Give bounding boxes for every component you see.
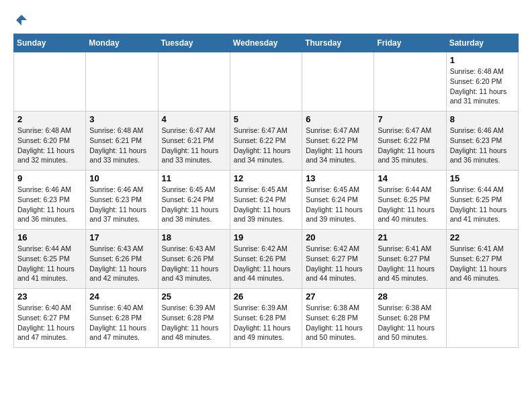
calendar-cell <box>374 52 446 111</box>
day-number: 13 <box>306 173 370 183</box>
calendar-cell: 8Sunrise: 6:46 AM Sunset: 6:23 PM Daylig… <box>446 111 518 171</box>
day-number: 6 <box>306 114 370 124</box>
calendar-cell: 17Sunrise: 6:43 AM Sunset: 6:26 PM Dayli… <box>86 230 158 289</box>
calendar-cell: 23Sunrise: 6:40 AM Sunset: 6:27 PM Dayli… <box>14 289 86 348</box>
cell-info: Sunrise: 6:48 AM Sunset: 6:20 PM Dayligh… <box>17 126 82 165</box>
cell-info: Sunrise: 6:45 AM Sunset: 6:24 PM Dayligh… <box>234 185 298 224</box>
calendar-cell: 21Sunrise: 6:41 AM Sunset: 6:27 PM Dayli… <box>374 230 446 289</box>
day-number: 17 <box>89 232 154 242</box>
calendar-cell: 10Sunrise: 6:46 AM Sunset: 6:23 PM Dayli… <box>86 171 158 230</box>
day-number: 12 <box>234 173 298 183</box>
calendar-cell: 13Sunrise: 6:45 AM Sunset: 6:24 PM Dayli… <box>302 171 374 230</box>
day-number: 16 <box>17 232 82 242</box>
day-number: 20 <box>306 232 370 242</box>
logo <box>13 13 28 27</box>
cell-info: Sunrise: 6:38 AM Sunset: 6:28 PM Dayligh… <box>306 303 370 342</box>
cell-info: Sunrise: 6:39 AM Sunset: 6:28 PM Dayligh… <box>234 303 298 342</box>
week-row-1: 1Sunrise: 6:48 AM Sunset: 6:20 PM Daylig… <box>14 52 519 111</box>
cell-info: Sunrise: 6:46 AM Sunset: 6:23 PM Dayligh… <box>89 185 154 224</box>
calendar-cell: 20Sunrise: 6:42 AM Sunset: 6:27 PM Dayli… <box>302 230 374 289</box>
day-number: 18 <box>162 232 226 242</box>
day-number: 23 <box>17 291 82 302</box>
calendar-body: 1Sunrise: 6:48 AM Sunset: 6:20 PM Daylig… <box>14 52 519 348</box>
cell-info: Sunrise: 6:43 AM Sunset: 6:26 PM Dayligh… <box>89 244 154 283</box>
calendar-cell <box>86 52 158 111</box>
day-number: 22 <box>450 232 515 242</box>
week-row-4: 16Sunrise: 6:44 AM Sunset: 6:25 PM Dayli… <box>14 230 519 289</box>
calendar-cell <box>158 52 230 111</box>
calendar-cell: 26Sunrise: 6:39 AM Sunset: 6:28 PM Dayli… <box>230 289 302 348</box>
calendar-header-row: SundayMondayTuesdayWednesdayThursdayFrid… <box>14 34 519 52</box>
column-header-saturday: Saturday <box>446 34 518 52</box>
cell-info: Sunrise: 6:44 AM Sunset: 6:25 PM Dayligh… <box>450 185 515 224</box>
day-number: 19 <box>234 232 298 242</box>
logo-icon <box>15 13 28 27</box>
day-number: 9 <box>17 173 82 183</box>
calendar-cell <box>14 52 86 111</box>
cell-info: Sunrise: 6:44 AM Sunset: 6:25 PM Dayligh… <box>378 185 442 224</box>
day-number: 11 <box>162 173 226 183</box>
cell-info: Sunrise: 6:39 AM Sunset: 6:28 PM Dayligh… <box>162 303 226 342</box>
calendar-cell: 16Sunrise: 6:44 AM Sunset: 6:25 PM Dayli… <box>14 230 86 289</box>
cell-info: Sunrise: 6:46 AM Sunset: 6:23 PM Dayligh… <box>450 126 515 165</box>
calendar-cell: 4Sunrise: 6:47 AM Sunset: 6:21 PM Daylig… <box>158 111 230 171</box>
calendar-cell: 9Sunrise: 6:46 AM Sunset: 6:23 PM Daylig… <box>14 171 86 230</box>
column-header-monday: Monday <box>86 34 158 52</box>
week-row-5: 23Sunrise: 6:40 AM Sunset: 6:27 PM Dayli… <box>14 289 519 348</box>
day-number: 14 <box>378 173 442 183</box>
calendar-cell: 18Sunrise: 6:43 AM Sunset: 6:26 PM Dayli… <box>158 230 230 289</box>
calendar-cell: 22Sunrise: 6:41 AM Sunset: 6:27 PM Dayli… <box>446 230 518 289</box>
cell-info: Sunrise: 6:43 AM Sunset: 6:26 PM Dayligh… <box>162 244 226 283</box>
calendar-cell: 11Sunrise: 6:45 AM Sunset: 6:24 PM Dayli… <box>158 171 230 230</box>
day-number: 4 <box>162 114 226 124</box>
calendar-cell <box>230 52 302 111</box>
column-header-wednesday: Wednesday <box>230 34 302 52</box>
week-row-2: 2Sunrise: 6:48 AM Sunset: 6:20 PM Daylig… <box>14 111 519 171</box>
cell-info: Sunrise: 6:48 AM Sunset: 6:20 PM Dayligh… <box>450 66 515 106</box>
calendar-cell: 6Sunrise: 6:47 AM Sunset: 6:22 PM Daylig… <box>302 111 374 171</box>
day-number: 21 <box>378 232 442 242</box>
cell-info: Sunrise: 6:47 AM Sunset: 6:22 PM Dayligh… <box>234 126 298 165</box>
column-header-tuesday: Tuesday <box>158 34 230 52</box>
column-header-thursday: Thursday <box>302 34 374 52</box>
day-number: 1 <box>450 55 515 65</box>
cell-info: Sunrise: 6:38 AM Sunset: 6:28 PM Dayligh… <box>378 303 442 342</box>
calendar-cell: 28Sunrise: 6:38 AM Sunset: 6:28 PM Dayli… <box>374 289 446 348</box>
calendar-cell: 7Sunrise: 6:47 AM Sunset: 6:22 PM Daylig… <box>374 111 446 171</box>
day-number: 26 <box>234 291 298 302</box>
cell-info: Sunrise: 6:45 AM Sunset: 6:24 PM Dayligh… <box>162 185 226 224</box>
day-number: 3 <box>89 114 154 124</box>
calendar-cell: 27Sunrise: 6:38 AM Sunset: 6:28 PM Dayli… <box>302 289 374 348</box>
svg-marker-0 <box>16 15 27 26</box>
cell-info: Sunrise: 6:42 AM Sunset: 6:26 PM Dayligh… <box>234 244 298 283</box>
cell-info: Sunrise: 6:44 AM Sunset: 6:25 PM Dayligh… <box>17 244 82 283</box>
calendar-table: SundayMondayTuesdayWednesdayThursdayFrid… <box>13 34 519 348</box>
day-number: 8 <box>450 114 515 124</box>
calendar-cell: 19Sunrise: 6:42 AM Sunset: 6:26 PM Dayli… <box>230 230 302 289</box>
cell-info: Sunrise: 6:47 AM Sunset: 6:22 PM Dayligh… <box>306 126 370 165</box>
calendar-cell: 15Sunrise: 6:44 AM Sunset: 6:25 PM Dayli… <box>446 171 518 230</box>
calendar-cell: 12Sunrise: 6:45 AM Sunset: 6:24 PM Dayli… <box>230 171 302 230</box>
cell-info: Sunrise: 6:40 AM Sunset: 6:28 PM Dayligh… <box>89 303 154 342</box>
day-number: 2 <box>17 114 82 124</box>
day-number: 24 <box>89 291 154 302</box>
calendar-cell: 25Sunrise: 6:39 AM Sunset: 6:28 PM Dayli… <box>158 289 230 348</box>
cell-info: Sunrise: 6:47 AM Sunset: 6:21 PM Dayligh… <box>162 126 226 165</box>
calendar-cell: 1Sunrise: 6:48 AM Sunset: 6:20 PM Daylig… <box>446 52 518 111</box>
column-header-friday: Friday <box>374 34 446 52</box>
day-number: 7 <box>378 114 442 124</box>
calendar-cell: 2Sunrise: 6:48 AM Sunset: 6:20 PM Daylig… <box>14 111 86 171</box>
cell-info: Sunrise: 6:47 AM Sunset: 6:22 PM Dayligh… <box>378 126 442 165</box>
cell-info: Sunrise: 6:45 AM Sunset: 6:24 PM Dayligh… <box>306 185 370 224</box>
calendar-cell: 14Sunrise: 6:44 AM Sunset: 6:25 PM Dayli… <box>374 171 446 230</box>
cell-info: Sunrise: 6:40 AM Sunset: 6:27 PM Dayligh… <box>17 303 82 342</box>
page-header <box>13 13 519 27</box>
cell-info: Sunrise: 6:48 AM Sunset: 6:21 PM Dayligh… <box>89 126 154 165</box>
cell-info: Sunrise: 6:42 AM Sunset: 6:27 PM Dayligh… <box>306 244 370 283</box>
calendar-cell <box>446 289 518 348</box>
day-number: 28 <box>378 291 442 302</box>
calendar-cell <box>302 52 374 111</box>
day-number: 27 <box>306 291 370 302</box>
calendar-cell: 5Sunrise: 6:47 AM Sunset: 6:22 PM Daylig… <box>230 111 302 171</box>
cell-info: Sunrise: 6:41 AM Sunset: 6:27 PM Dayligh… <box>450 244 515 283</box>
